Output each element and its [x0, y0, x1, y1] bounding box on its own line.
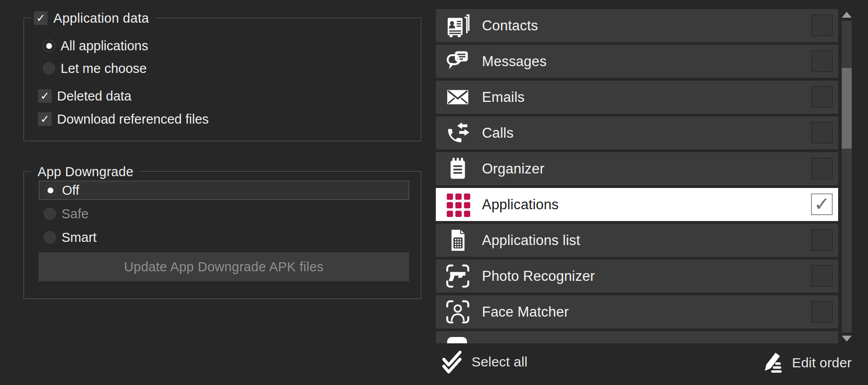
- application-data-checkbox[interactable]: ✓: [34, 11, 48, 25]
- check-icon: ✓: [36, 13, 45, 24]
- deleted-data-label: Deleted data: [57, 89, 131, 104]
- list-item-label: Calls: [482, 116, 514, 149]
- scroll-up-icon[interactable]: [842, 12, 852, 18]
- download-referenced-files-checkbox-row[interactable]: ✓ Download referenced files: [38, 112, 209, 126]
- app-downgrade-title: App Downgrade: [38, 164, 134, 179]
- list-item-calls[interactable]: Calls: [436, 116, 838, 149]
- applications-list-icon: [445, 228, 470, 253]
- select-all-label: Select all: [472, 354, 528, 370]
- download-referenced-files-checkbox[interactable]: ✓: [38, 112, 52, 126]
- list-item-label: Messages: [482, 45, 547, 78]
- list-item-label: Photo Recognizer: [482, 260, 595, 293]
- download-referenced-files-label: Download referenced files: [57, 112, 209, 127]
- emails-checkbox[interactable]: [811, 86, 833, 108]
- list-item-label: Contacts: [482, 9, 538, 42]
- radio-smart[interactable]: Smart: [43, 231, 96, 244]
- messages-checkbox[interactable]: [811, 50, 833, 72]
- list-item-applications-list[interactable]: Applications list: [436, 224, 838, 257]
- photo-recognizer-icon: [445, 264, 470, 289]
- application-data-header: ✓ Application data: [31, 10, 156, 26]
- contacts-checkbox[interactable]: [811, 14, 833, 36]
- applications-checkbox[interactable]: ✓: [811, 193, 833, 215]
- calls-checkbox[interactable]: [811, 122, 833, 144]
- messages-icon: [445, 49, 470, 74]
- check-icon: ✓: [40, 114, 49, 125]
- photo-recognizer-checkbox[interactable]: [811, 265, 833, 287]
- list-item-messages[interactable]: Messages: [436, 45, 838, 78]
- radio-unselected-icon: [43, 231, 56, 244]
- list-item-emails[interactable]: Emails: [436, 81, 838, 114]
- radio-all-applications[interactable]: All applications: [43, 39, 148, 53]
- list-item-face-matcher[interactable]: Face Matcher: [436, 295, 838, 328]
- radio-all-applications-label: All applications: [61, 38, 148, 53]
- radio-let-me-choose[interactable]: Let me choose: [43, 62, 147, 75]
- footer-bar: Select all Edit order: [0, 343, 868, 385]
- extraction-settings-screen: ✓ Application data All applications Let …: [0, 0, 868, 385]
- list-item-label: Applications: [482, 188, 559, 221]
- select-all-button[interactable]: Select all: [441, 347, 528, 376]
- applications-icon: [445, 192, 470, 217]
- edit-order-button[interactable]: Edit order: [759, 348, 852, 377]
- contacts-icon: [445, 13, 470, 38]
- applications-list-checkbox[interactable]: [811, 229, 833, 251]
- list-item-label: Applications list: [482, 224, 580, 257]
- category-list: Contacts Messages Ema: [436, 0, 838, 343]
- deleted-data-checkbox[interactable]: ✓: [38, 89, 52, 103]
- app-downgrade-header: App Downgrade: [31, 164, 141, 179]
- calls-icon: [445, 120, 470, 145]
- update-apk-files-button[interactable]: Update App Downgrade APK files: [38, 252, 409, 281]
- deleted-data-checkbox-row[interactable]: ✓ Deleted data: [38, 89, 131, 103]
- list-item-label: Organizer: [482, 152, 544, 185]
- list-scrollbar: [841, 9, 853, 344]
- list-item-organizer[interactable]: Organizer: [436, 152, 838, 185]
- organizer-checkbox[interactable]: [811, 158, 833, 179]
- radio-off-row[interactable]: Off: [39, 181, 409, 200]
- list-item-applications[interactable]: Applications ✓: [436, 188, 838, 221]
- radio-selected-icon: [43, 39, 55, 52]
- scrollbar-thumb[interactable]: [842, 68, 852, 149]
- radio-safe-label: Safe: [62, 207, 89, 221]
- list-item-label: Emails: [482, 81, 525, 114]
- radio-let-me-choose-label: Let me choose: [61, 61, 147, 76]
- partial-item-icon: [447, 337, 467, 343]
- radio-smart-label: Smart: [62, 230, 96, 245]
- edit-order-label: Edit order: [792, 355, 852, 371]
- check-icon: ✓: [814, 193, 830, 215]
- application-data-groupbox: ✓ Application data All applications Let …: [24, 18, 421, 141]
- face-matcher-icon: [445, 299, 470, 324]
- radio-selected-icon: [44, 184, 57, 197]
- radio-unselected-icon: [43, 62, 55, 75]
- radio-off-label: Off: [62, 183, 79, 198]
- scroll-down-icon[interactable]: [842, 336, 852, 342]
- edit-order-icon: [759, 351, 785, 375]
- list-item-label: Face Matcher: [482, 295, 569, 328]
- radio-safe[interactable]: Safe: [43, 207, 89, 221]
- radio-unselected-icon: [43, 207, 56, 220]
- check-icon: ✓: [40, 91, 49, 101]
- emails-icon: [445, 85, 470, 110]
- list-item-contacts[interactable]: Contacts: [436, 9, 838, 42]
- organizer-icon: [445, 156, 470, 181]
- list-item-photo-recognizer[interactable]: Photo Recognizer: [436, 260, 838, 293]
- app-downgrade-groupbox: App Downgrade Off Safe Smart Update App …: [24, 171, 421, 299]
- list-item-partial[interactable]: [436, 331, 838, 343]
- face-matcher-checkbox[interactable]: [811, 301, 833, 322]
- select-all-icon: [441, 349, 464, 375]
- application-data-title: Application data: [53, 11, 149, 26]
